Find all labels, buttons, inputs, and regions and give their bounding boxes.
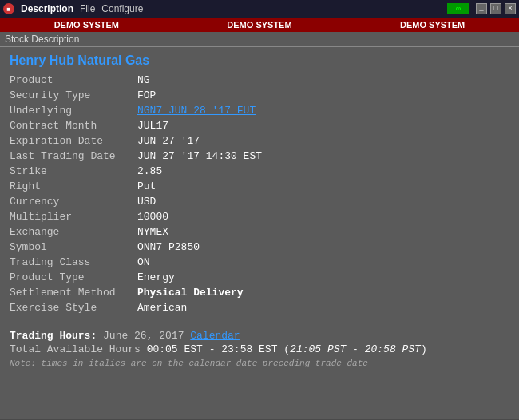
- field-label: Product Type: [10, 271, 137, 283]
- field-label: Symbol: [10, 241, 137, 253]
- minimize-button[interactable]: _: [476, 3, 487, 14]
- field-value: NYMEX: [137, 226, 168, 238]
- field-value: 10000: [137, 211, 168, 223]
- field-label: Expiration Date: [10, 135, 137, 147]
- demo-bar: DEMO SYSTEM DEMO SYSTEM DEMO SYSTEM: [0, 18, 519, 32]
- field-label: Last Trading Date: [10, 150, 137, 162]
- info-row: SymbolONN7 P2850: [10, 241, 509, 256]
- field-label: Contract Month: [10, 120, 137, 132]
- field-value: ONN7 P2850: [137, 241, 200, 253]
- link-icon: ∞: [447, 3, 469, 14]
- note-line: Note: times in italics are on the calend…: [10, 359, 509, 368]
- info-row: Trading ClassON: [10, 256, 509, 271]
- info-row: Settlement MethodPhysical Delivery: [10, 287, 509, 301]
- info-row: ExchangeNYMEX: [10, 226, 509, 240]
- field-label: Right: [10, 180, 137, 192]
- field-value: NG: [137, 74, 150, 86]
- info-row: Expiration DateJUN 27 '17: [10, 135, 509, 149]
- window-controls: ∞ _ □ ×: [447, 3, 516, 14]
- field-value: 2.85: [137, 165, 162, 177]
- total-hours-value: 00:05 EST - 23:58 EST (21:05 PST - 20:58…: [147, 343, 427, 355]
- field-value: ON: [137, 256, 150, 268]
- maximize-button[interactable]: □: [490, 3, 501, 14]
- stock-title: Henry Hub Natural Gas: [10, 53, 509, 68]
- field-value: JUL17: [137, 120, 168, 132]
- demo-label-3: DEMO SYSTEM: [400, 20, 465, 30]
- field-label: Strike: [10, 165, 137, 177]
- total-hours-line: Total Available Hours 00:05 EST - 23:58 …: [10, 343, 509, 355]
- field-value: American: [137, 302, 187, 314]
- info-row: ProductNG: [10, 74, 509, 89]
- field-value: JUN 27 '17 14:30 EST: [137, 150, 262, 162]
- field-label: Underlying: [10, 105, 137, 117]
- field-label: Security Type: [10, 89, 137, 101]
- info-row: Multiplier10000: [10, 211, 509, 225]
- calendar-link[interactable]: Calendar: [190, 330, 240, 342]
- info-row: Last Trading DateJUN 27 '17 14:30 EST: [10, 150, 509, 164]
- info-table: ProductNGSecurity TypeFOPUnderlyingNGN7 …: [10, 74, 509, 316]
- info-row: Exercise StyleAmerican: [10, 302, 509, 316]
- trading-hours-section: Trading Hours: June 26, 2017 Calendar To…: [10, 330, 509, 368]
- close-button[interactable]: ×: [505, 3, 516, 14]
- total-hours-label: Total Available Hours: [10, 343, 141, 355]
- field-value[interactable]: NGN7 JUN 28 '17 FUT: [137, 105, 256, 117]
- trading-hours-line: Trading Hours: June 26, 2017 Calendar: [10, 330, 509, 342]
- field-label: Currency: [10, 196, 137, 208]
- info-row: CurrencyUSD: [10, 196, 509, 210]
- field-value: Physical Delivery: [137, 287, 244, 299]
- menu-configure[interactable]: Configure: [101, 3, 143, 14]
- field-label: Trading Class: [10, 256, 137, 268]
- field-value: FOP: [137, 89, 156, 101]
- app-name: Description: [21, 3, 73, 14]
- main-content: Henry Hub Natural Gas ProductNGSecurity …: [0, 47, 519, 419]
- field-value: Put: [137, 180, 156, 192]
- app-icon: ■: [3, 3, 14, 14]
- info-row: Contract MonthJUL17: [10, 120, 509, 134]
- field-label: Exercise Style: [10, 302, 137, 314]
- field-label: Multiplier: [10, 211, 137, 223]
- trading-hours-label: Trading Hours:: [10, 330, 97, 342]
- field-value: Energy: [137, 271, 175, 283]
- field-label: Product: [10, 74, 137, 86]
- menu-file[interactable]: File: [80, 3, 95, 14]
- info-row: Strike2.85: [10, 165, 509, 180]
- demo-label-1: DEMO SYSTEM: [54, 20, 119, 30]
- field-label: Settlement Method: [10, 287, 137, 299]
- field-value: JUN 27 '17: [137, 135, 200, 147]
- trading-hours-date: June 26, 2017: [103, 330, 184, 342]
- demo-label-2: DEMO SYSTEM: [227, 20, 291, 30]
- info-row: RightPut: [10, 180, 509, 195]
- info-row: Product TypeEnergy: [10, 271, 509, 286]
- title-bar: ■ Description File Configure ∞ _ □ ×: [0, 0, 519, 18]
- divider: [10, 323, 509, 323]
- info-row: Security TypeFOP: [10, 89, 509, 104]
- field-label: Exchange: [10, 226, 137, 238]
- field-value: USD: [137, 196, 156, 208]
- info-row: UnderlyingNGN7 JUN 28 '17 FUT: [10, 105, 509, 119]
- section-label: Stock Description: [0, 32, 519, 47]
